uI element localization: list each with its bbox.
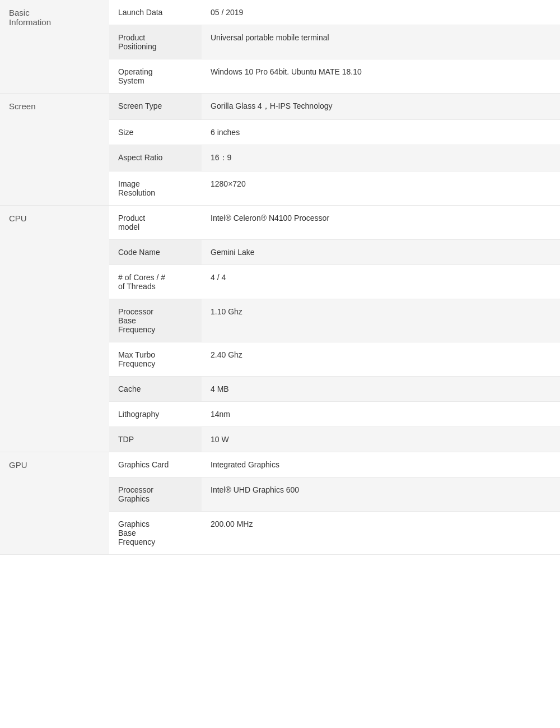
spec-table: Basic InformationLaunch Data05 / 2019Pro…: [0, 0, 560, 555]
table-row: GPUGraphics CardIntegrated Graphics: [0, 452, 560, 477]
table-row: ScreenScreen TypeGorilla Glass 4，H-IPS T…: [0, 94, 560, 120]
category-cell: Basic Information: [0, 0, 109, 94]
spec-value: 2.40 Ghz: [202, 342, 560, 377]
spec-label: Product Positioning: [109, 25, 202, 59]
table-row: CPUProduct modelIntel® Celeron® N4100 Pr…: [0, 206, 560, 240]
spec-value: Intel® UHD Graphics 600: [202, 477, 560, 512]
spec-value: 4 MB: [202, 377, 560, 402]
spec-value: 200.00 MHz: [202, 512, 560, 555]
spec-label: Operating System: [109, 59, 202, 94]
spec-label: Size: [109, 120, 202, 145]
spec-value: 10 W: [202, 427, 560, 452]
spec-value: Intel® Celeron® N4100 Processor: [202, 206, 560, 240]
spec-value: Universal portable mobile terminal: [202, 25, 560, 59]
spec-label: Code Name: [109, 240, 202, 265]
spec-label: Max Turbo Frequency: [109, 342, 202, 377]
spec-label: Image Resolution: [109, 171, 202, 206]
category-cell: CPU: [0, 206, 109, 452]
table-row: Basic InformationLaunch Data05 / 2019: [0, 0, 560, 25]
category-cell: Screen: [0, 94, 109, 206]
spec-value: 05 / 2019: [202, 0, 560, 25]
spec-label: Processor Base Frequency: [109, 299, 202, 342]
spec-value: 1.10 Ghz: [202, 299, 560, 342]
spec-label: Screen Type: [109, 94, 202, 120]
spec-label: Cache: [109, 377, 202, 402]
spec-label: Launch Data: [109, 0, 202, 25]
spec-value: 1280×720: [202, 171, 560, 206]
spec-value: Gorilla Glass 4，H-IPS Technology: [202, 94, 560, 120]
spec-value: Windows 10 Pro 64bit. Ubuntu MATE 18.10: [202, 59, 560, 94]
spec-value: Integrated Graphics: [202, 452, 560, 477]
category-cell: GPU: [0, 452, 109, 555]
spec-label: Product model: [109, 206, 202, 240]
spec-label: TDP: [109, 427, 202, 452]
spec-value: Gemini Lake: [202, 240, 560, 265]
spec-value: 4 / 4: [202, 265, 560, 299]
spec-label: Aspect Ratio: [109, 145, 202, 171]
spec-value: 6 inches: [202, 120, 560, 145]
spec-value: 16：9: [202, 145, 560, 171]
spec-value: 14nm: [202, 402, 560, 427]
spec-label: Lithography: [109, 402, 202, 427]
spec-label: Graphics Card: [109, 452, 202, 477]
spec-label: Processor Graphics: [109, 477, 202, 512]
spec-label: # of Cores / # of Threads: [109, 265, 202, 299]
spec-label: Graphics Base Frequency: [109, 512, 202, 555]
